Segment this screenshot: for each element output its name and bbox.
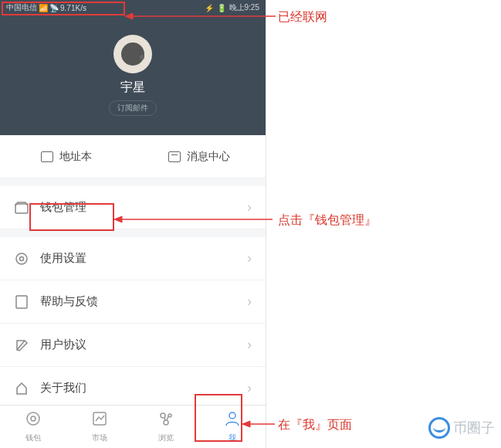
message-icon [168, 151, 181, 162]
help-label: 帮助与反馈 [40, 294, 247, 309]
about-icon [14, 382, 29, 395]
market-nav-icon [91, 410, 108, 431]
nav-market-label: 市场 [92, 433, 107, 443]
address-book-label: 地址本 [59, 150, 92, 164]
svg-marker-16 [242, 421, 250, 427]
svg-marker-12 [125, 13, 133, 19]
nav-me-label: 我 [228, 433, 236, 443]
svg-marker-14 [114, 216, 122, 222]
chevron-right-icon: › [247, 337, 252, 353]
avatar[interactable] [113, 35, 152, 73]
arrow-me [242, 416, 278, 432]
section-spacer [0, 229, 266, 237]
message-center-label: 消息中心 [187, 150, 230, 164]
annotation-click-wallet: 点击『钱包管理』 [278, 212, 377, 229]
message-center-button[interactable]: 消息中心 [133, 135, 266, 178]
section-spacer [0, 178, 266, 186]
chevron-right-icon: › [247, 250, 252, 266]
speed-label: 9.71K/s [60, 4, 86, 12]
about-item[interactable]: 关于我们 › [0, 367, 266, 410]
arrow-wallet [114, 212, 276, 227]
wifi-icon: 📡 [49, 4, 59, 12]
wallet-icon [14, 202, 29, 214]
username: 宇星 [120, 80, 145, 96]
svg-point-9 [164, 420, 168, 425]
wallet-nav-icon [25, 410, 42, 431]
svg-point-2 [20, 256, 24, 260]
settings-label: 使用设置 [40, 251, 247, 266]
annotation-me-page: 在『我』页面 [278, 417, 352, 433]
me-nav-icon [224, 410, 241, 431]
annotation-networked: 已经联网 [278, 9, 327, 25]
svg-point-1 [16, 253, 27, 264]
agreement-label: 用户协议 [40, 338, 247, 352]
watermark-logo-icon [428, 417, 450, 439]
chevron-right-icon: › [247, 380, 252, 396]
nav-browse[interactable]: 浏览 [133, 406, 199, 448]
browse-nav-icon [157, 410, 174, 431]
address-book-button[interactable]: 地址本 [0, 135, 133, 178]
address-book-icon [41, 151, 53, 162]
quick-row: 地址本 消息中心 [0, 135, 266, 178]
chevron-right-icon: › [247, 294, 252, 310]
carrier-label: 中国电信 [6, 2, 37, 13]
svg-point-5 [31, 416, 36, 421]
nav-wallet[interactable]: 钱包 [0, 406, 66, 448]
watermark: 币圈子 [428, 417, 495, 439]
agreement-item[interactable]: 用户协议 › [0, 324, 266, 367]
nav-market[interactable]: 市场 [66, 406, 133, 448]
agreement-icon [14, 338, 29, 352]
profile-section: 宇星 订阅邮件 [0, 15, 266, 135]
signal-icon: 📶 [39, 4, 48, 12]
help-item[interactable]: 帮助与反馈 › [0, 280, 266, 324]
nav-browse-label: 浏览 [158, 433, 174, 443]
nav-wallet-label: 钱包 [25, 433, 41, 443]
arrow-status [125, 8, 279, 24]
bottom-nav: 钱包 市场 浏览 我 [0, 405, 266, 448]
gear-icon [14, 252, 29, 266]
help-icon [14, 295, 29, 309]
svg-rect-3 [16, 296, 27, 308]
settings-item[interactable]: 使用设置 › [0, 237, 266, 280]
about-label: 关于我们 [40, 381, 247, 395]
svg-rect-0 [15, 204, 28, 213]
svg-point-4 [27, 412, 39, 425]
watermark-text: 币圈子 [453, 419, 495, 437]
svg-point-10 [229, 412, 235, 419]
subscribe-button[interactable]: 订阅邮件 [109, 100, 157, 116]
